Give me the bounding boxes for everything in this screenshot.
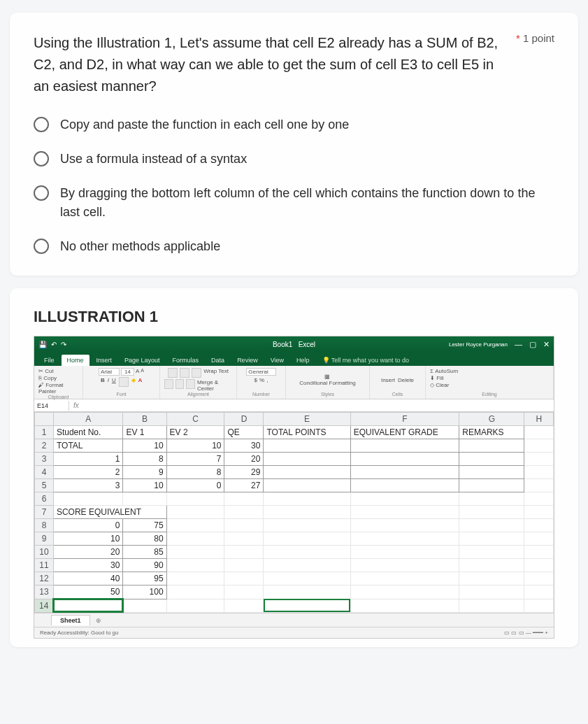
cell[interactable]: 27 bbox=[224, 479, 264, 492]
cell[interactable]: 85 bbox=[123, 546, 166, 559]
undo-icon[interactable]: ↶ bbox=[51, 341, 57, 348]
zoom-controls[interactable]: ▭ ▭ ▭ — ━━━ + bbox=[504, 630, 548, 636]
cell[interactable] bbox=[166, 519, 224, 532]
row-header[interactable]: 6 bbox=[35, 492, 54, 506]
row-header[interactable]: 9 bbox=[35, 532, 54, 546]
cell[interactable] bbox=[350, 599, 459, 612]
cell[interactable]: 20 bbox=[53, 546, 122, 559]
row-header[interactable]: 11 bbox=[35, 559, 54, 572]
col-D[interactable]: D bbox=[224, 413, 264, 426]
insert-button[interactable]: Insert bbox=[381, 377, 395, 383]
cell[interactable] bbox=[53, 492, 122, 506]
cell[interactable]: 2 bbox=[53, 466, 122, 479]
cell[interactable] bbox=[264, 479, 350, 492]
cell[interactable] bbox=[524, 426, 554, 439]
cell[interactable] bbox=[459, 506, 524, 519]
fill-color-button[interactable]: ◆ bbox=[131, 377, 136, 387]
cell[interactable] bbox=[524, 532, 554, 546]
cell[interactable] bbox=[264, 532, 350, 546]
cell[interactable] bbox=[350, 546, 459, 559]
cell[interactable]: 10 bbox=[53, 532, 122, 546]
row-header[interactable]: 14 bbox=[35, 599, 54, 612]
cell[interactable] bbox=[264, 546, 350, 559]
row-header[interactable]: 8 bbox=[35, 519, 54, 532]
cell[interactable]: EQUIVALENT GRADE bbox=[350, 426, 459, 439]
format-painter-button[interactable]: 🖌 Format Painter bbox=[38, 382, 78, 395]
fx-icon[interactable]: fx bbox=[69, 402, 83, 409]
cell[interactable] bbox=[459, 479, 524, 492]
row-header[interactable]: 5 bbox=[35, 479, 54, 492]
italic-button[interactable]: I bbox=[108, 377, 109, 387]
align-bottom-icon[interactable] bbox=[192, 368, 201, 378]
sheet-tab[interactable]: Sheet1 bbox=[51, 615, 90, 625]
col-B[interactable]: B bbox=[123, 413, 166, 426]
tell-me[interactable]: 💡 Tell me what you want to do bbox=[317, 355, 415, 366]
tab-data[interactable]: Data bbox=[206, 355, 230, 366]
grow-font-icon[interactable]: A bbox=[136, 368, 139, 376]
cell[interactable] bbox=[224, 585, 264, 599]
cell[interactable] bbox=[224, 599, 264, 612]
cell[interactable] bbox=[350, 559, 459, 572]
cell[interactable] bbox=[350, 439, 459, 453]
redo-icon[interactable]: ↷ bbox=[61, 341, 66, 348]
align-middle-icon[interactable] bbox=[180, 368, 189, 378]
cell[interactable] bbox=[224, 572, 264, 585]
cell[interactable]: 50 bbox=[53, 585, 122, 599]
cell[interactable] bbox=[264, 439, 350, 453]
cell[interactable]: TOTAL POINTS bbox=[264, 426, 350, 439]
conditional-formatting-button[interactable]: ▦Conditional Formatting bbox=[299, 374, 355, 386]
cell[interactable]: 90 bbox=[123, 559, 166, 572]
cell[interactable] bbox=[459, 572, 524, 585]
cell[interactable]: EV 2 bbox=[166, 426, 224, 439]
align-right-icon[interactable] bbox=[186, 379, 195, 389]
option-2[interactable]: Use a formula instead of a syntax bbox=[34, 150, 554, 169]
option-3[interactable]: By dragging the bottom left column of th… bbox=[34, 184, 554, 222]
underline-button[interactable]: U bbox=[112, 377, 116, 387]
maximize-icon[interactable]: ▢ bbox=[529, 340, 536, 349]
cell[interactable]: 0 bbox=[166, 479, 224, 492]
cell[interactable] bbox=[459, 439, 524, 453]
cell[interactable] bbox=[459, 532, 524, 546]
cell[interactable] bbox=[264, 585, 350, 599]
cell[interactable] bbox=[524, 439, 554, 453]
cell[interactable] bbox=[459, 453, 524, 466]
cell[interactable] bbox=[350, 506, 459, 519]
cell[interactable] bbox=[166, 492, 224, 506]
percent-icon[interactable]: % bbox=[259, 377, 264, 383]
cell[interactable] bbox=[264, 572, 350, 585]
cell[interactable] bbox=[264, 599, 350, 612]
tab-review[interactable]: Review bbox=[231, 355, 264, 366]
wrap-text-button[interactable]: Wrap Text bbox=[203, 368, 229, 378]
cell[interactable] bbox=[459, 466, 524, 479]
cell[interactable] bbox=[459, 492, 524, 506]
cell[interactable]: 100 bbox=[123, 585, 166, 599]
cell[interactable] bbox=[224, 506, 264, 519]
cell[interactable]: 40 bbox=[53, 572, 122, 585]
clear-button[interactable]: ◇ Clear bbox=[430, 382, 449, 388]
cell[interactable] bbox=[524, 492, 554, 506]
tab-home[interactable]: Home bbox=[62, 355, 89, 366]
row-header[interactable]: 2 bbox=[35, 439, 54, 453]
cell[interactable] bbox=[524, 599, 554, 612]
cell[interactable] bbox=[350, 519, 459, 532]
cell[interactable]: 95 bbox=[123, 572, 166, 585]
col-F[interactable]: F bbox=[350, 413, 459, 426]
cell[interactable]: 75 bbox=[123, 519, 166, 532]
cut-button[interactable]: ✂ Cut bbox=[38, 368, 54, 374]
cell[interactable] bbox=[166, 585, 224, 599]
cell[interactable] bbox=[459, 585, 524, 599]
cell[interactable]: 7 bbox=[166, 453, 224, 466]
cell[interactable]: 80 bbox=[123, 532, 166, 546]
row-header[interactable]: 13 bbox=[35, 585, 54, 599]
shrink-font-icon[interactable]: A bbox=[141, 368, 144, 376]
cell[interactable] bbox=[350, 492, 459, 506]
cell[interactable]: SCORE EQUIVALENT bbox=[53, 506, 166, 519]
cell[interactable] bbox=[459, 546, 524, 559]
row-header[interactable]: 12 bbox=[35, 572, 54, 585]
cell[interactable] bbox=[524, 479, 554, 492]
comma-icon[interactable]: , bbox=[266, 377, 268, 383]
cell[interactable] bbox=[524, 572, 554, 585]
cell[interactable]: TOTAL bbox=[53, 439, 122, 453]
tab-file[interactable]: File bbox=[38, 355, 60, 366]
row-header[interactable]: 1 bbox=[35, 426, 54, 439]
